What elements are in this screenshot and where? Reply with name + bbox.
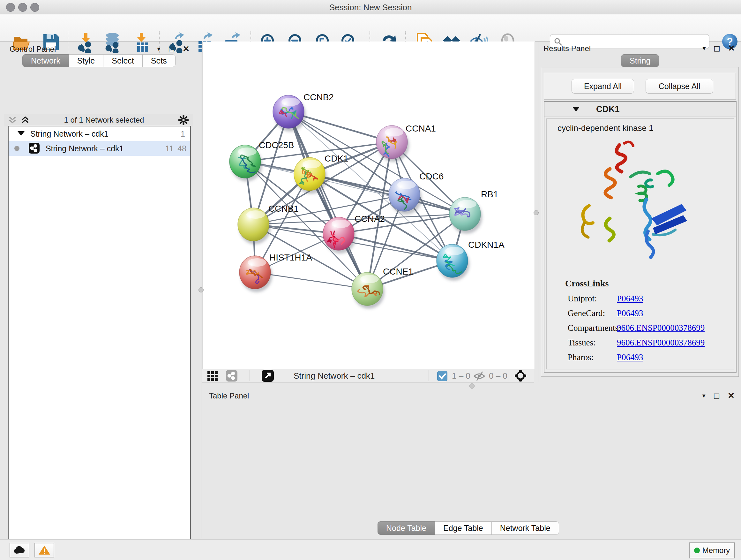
panel-float-icon[interactable]: ◻: [714, 44, 721, 52]
tab-edge-table[interactable]: Edge Table: [435, 521, 492, 535]
warnings-button[interactable]: [35, 543, 54, 557]
hidden-counts: 0 – 0: [489, 371, 508, 381]
network-node-count: 11: [165, 141, 174, 156]
network-node-cdk1[interactable]: [294, 158, 327, 194]
panel-float-icon[interactable]: ◻: [713, 391, 720, 400]
tab-sets[interactable]: Sets: [143, 54, 176, 67]
panel-close-icon[interactable]: ✕: [728, 391, 735, 400]
crosslink-value-link[interactable]: 9606.ENSP00000378699: [617, 338, 704, 348]
gene-symbol: CDK1: [596, 105, 620, 114]
crosslink-value-link[interactable]: P06493: [617, 353, 643, 362]
results-splitter-handle[interactable]: [534, 210, 539, 215]
share-view-icon[interactable]: [226, 370, 238, 381]
crosslinks-title: CrossLinks: [565, 278, 609, 289]
open-in-window-icon[interactable]: [262, 370, 274, 382]
network-node-rb1[interactable]: [449, 197, 482, 234]
gene-panel: CDK1 cyclin-dependent kinase 1: [544, 101, 737, 373]
cloud-status-button[interactable]: [10, 543, 29, 557]
tab-node-table[interactable]: Node Table: [378, 521, 435, 535]
control-panel: Control Panel ▾ ◻ ✕ NetworkStyleSelectSe…: [0, 42, 201, 538]
gene-header[interactable]: CDK1: [544, 102, 736, 117]
crosslink-row: GeneCard:P06493: [547, 306, 734, 320]
tab-string[interactable]: String: [621, 54, 659, 67]
status-bar: Memory: [0, 539, 741, 560]
gene-collapse-icon[interactable]: [572, 107, 580, 111]
protein-structure-image: [571, 138, 702, 279]
network-status-dot: [14, 146, 19, 151]
crosslink-row: Compartments:9606.ENSP00000378699: [547, 320, 734, 335]
node-label: CDK1: [325, 153, 348, 164]
birds-eye-crosshair-icon[interactable]: [515, 370, 527, 382]
network-icon: [29, 143, 40, 153]
node-label: CCNB1: [268, 204, 299, 213]
network-node-ccnb2[interactable]: [273, 95, 306, 132]
node-label: CCNE1: [383, 266, 413, 276]
separator: [468, 370, 468, 381]
node-label: CCNB2: [304, 92, 334, 102]
separator: [508, 370, 509, 381]
crosslink-label: GeneCard:: [568, 308, 605, 318]
network-node-ccne1[interactable]: [352, 272, 385, 309]
node-label: CDC25B: [259, 140, 294, 150]
network-edge-count: 48: [178, 141, 186, 156]
crosslink-row: Tissues:9606.ENSP00000378699: [547, 335, 734, 350]
expand-all-button[interactable]: Expand All: [571, 79, 634, 94]
panel-close-icon[interactable]: ✕: [183, 45, 190, 53]
network-view-title: String Network – cdk1: [293, 371, 375, 381]
network-row-selected[interactable]: String Network – cdk1 11 48: [9, 141, 190, 156]
panel-close-icon[interactable]: ✕: [728, 44, 735, 52]
tab-network[interactable]: Network: [22, 54, 69, 67]
network-tree: String Network – cdk1 1 String Network –…: [8, 126, 191, 560]
tab-network-table[interactable]: Network Table: [492, 521, 559, 535]
network-selection-status: 1 of 1 Network selected: [30, 116, 178, 125]
window-title: Session: New Session: [0, 3, 741, 12]
grid-view-icon[interactable]: [207, 371, 220, 381]
gene-description: cyclin-dependent kinase 1: [557, 123, 654, 133]
network-options-gear-icon[interactable]: [178, 115, 189, 125]
main-toolbar: ?: [0, 14, 741, 42]
panel-menu-icon[interactable]: ▾: [703, 44, 706, 52]
memory-button[interactable]: Memory: [689, 543, 735, 558]
results-panel: Results Panel ▾ ◻ ✕ String Expand All Co…: [538, 42, 741, 382]
collection-label: String Network – cdk1: [30, 129, 109, 138]
cloud-icon: [13, 546, 25, 554]
tab-select[interactable]: Select: [104, 54, 142, 67]
titlebar: Session: New Session: [0, 0, 741, 14]
crosslink-value-link[interactable]: P06493: [617, 308, 643, 318]
network-node-ccna1[interactable]: [376, 125, 409, 162]
memory-status-dot: [694, 548, 700, 553]
node-label: CCNA2: [354, 214, 385, 224]
collapse-all-button[interactable]: Collapse All: [646, 79, 713, 94]
network-node-cdc6[interactable]: [389, 178, 421, 214]
network-collection-row[interactable]: String Network – cdk1 1: [9, 126, 190, 141]
network-node-cdc25b[interactable]: [229, 145, 262, 181]
crosslink-value-link[interactable]: 9606.ENSP00000378699: [617, 323, 704, 333]
panel-menu-icon[interactable]: ▾: [702, 391, 705, 400]
table-panel-title: Table Panel: [209, 391, 249, 400]
warning-icon: [38, 545, 51, 555]
network-node-hist1h1a[interactable]: [239, 256, 272, 292]
network-list-header: 1 of 1 Network selected: [4, 114, 193, 126]
table-panel-tabs: Node TableEdge TableNetwork Table: [378, 521, 559, 535]
crosslink-label: Tissues:: [568, 338, 596, 348]
collection-count: 1: [181, 126, 185, 141]
vertical-splitter-handle[interactable]: [199, 287, 204, 293]
crosslink-label: Uniprot:: [568, 294, 597, 304]
crosslink-label: Pharos:: [568, 353, 594, 362]
horizontal-splitter-handle[interactable]: [469, 383, 475, 388]
crosslink-value-link[interactable]: P06493: [617, 294, 643, 304]
selected-nodes-checkbox[interactable]: [437, 371, 448, 381]
panel-menu-icon[interactable]: ▾: [157, 45, 160, 53]
control-panel-title: Control Panel: [10, 45, 56, 54]
results-panel-title: Results Panel: [543, 44, 591, 53]
memory-label: Memory: [702, 546, 730, 555]
network-canvas[interactable]: CCNB2CCNA1CDC25BCDK1CDC6RB1CCNB1CCNA2CDK…: [202, 42, 535, 369]
tab-style[interactable]: Style: [69, 54, 104, 67]
crosslinks-list: Uniprot:P06493GeneCard:P06493Compartment…: [547, 291, 734, 365]
panel-float-icon[interactable]: ◻: [168, 45, 175, 53]
hidden-elements-eye-icon: [473, 371, 487, 381]
collection-expand-icon[interactable]: [17, 131, 24, 136]
expand-all-icon[interactable]: [20, 115, 30, 125]
network-node-cdkn1a[interactable]: [436, 244, 469, 281]
collapse-all-icon[interactable]: [8, 115, 17, 125]
